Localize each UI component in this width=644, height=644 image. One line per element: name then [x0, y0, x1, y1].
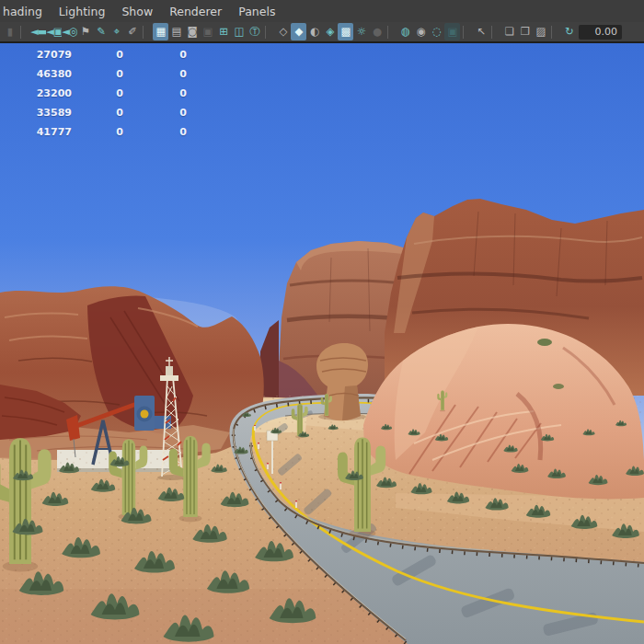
hud-value: 0 — [72, 64, 123, 84]
hud-row: 27079 0 0 — [0, 45, 187, 64]
menu-show[interactable]: Show — [113, 5, 161, 18]
hud-row: 33589 0 0 — [0, 103, 187, 122]
menu-shading[interactable]: hading — [0, 5, 51, 18]
hud-value: 0 — [72, 103, 123, 122]
maya-viewport-panel: hading Lighting Show Renderer Panels ▮◄▬… — [0, 0, 644, 644]
toolbar-separator — [265, 26, 272, 39]
xray-joints-icon[interactable]: ❐ — [517, 23, 533, 40]
menu-panels[interactable]: Panels — [230, 5, 283, 18]
toolbar-separator — [20, 26, 28, 39]
grease-pencil-icon[interactable]: ✎ — [93, 23, 109, 40]
hud-poly-count: 27079 0 0 46380 0 0 23200 0 0 33589 0 0 … — [0, 45, 187, 142]
gate-mask-icon[interactable]: ▣ — [200, 23, 215, 40]
paint-tool-icon[interactable]: ✐ — [124, 23, 140, 40]
hud-value: 33589 — [0, 103, 72, 122]
menu-lighting[interactable]: Lighting — [51, 5, 114, 18]
menu-renderer[interactable]: Renderer — [161, 5, 230, 18]
hud-row: 41777 0 0 — [0, 122, 187, 142]
field-chart-icon[interactable]: ⊞ — [215, 23, 231, 40]
panel-menu-bar: hading Lighting Show Renderer Panels — [0, 0, 644, 22]
exposure-icon[interactable]: ↻ — [561, 23, 577, 40]
lock-camera-icon[interactable]: ◄▣ — [46, 23, 62, 40]
toolbar-separator — [143, 26, 150, 39]
toolbar-icons: ▮◄▬◄▣◄◎⚑✎⌖✐▦▤◙▣⊞◫Ⓣ◇◆◐◈▩☼●◍◉◌▣↖❏❐▨↻ — [2, 23, 577, 40]
hud-value: 0 — [72, 84, 123, 103]
shaded-icon[interactable]: ◆ — [291, 23, 306, 40]
isolate-select-icon[interactable]: ↖ — [473, 23, 489, 40]
toolbar-separator — [551, 26, 558, 39]
image-plane-icon[interactable]: ▨ — [533, 23, 548, 40]
toolbar-separator — [387, 26, 395, 39]
hud-row: 46380 0 0 — [0, 64, 187, 84]
camera-attributes-icon[interactable]: ◄◎ — [62, 23, 77, 40]
xray-icon[interactable]: ❏ — [501, 23, 517, 40]
wireframe-icon[interactable]: ◇ — [275, 23, 291, 40]
hud-value: 0 — [72, 122, 123, 142]
shadows-icon[interactable]: ● — [369, 23, 385, 40]
viewport-toolbar: ▮◄▬◄▣◄◎⚑✎⌖✐▦▤◙▣⊞◫Ⓣ◇◆◐◈▩☼●◍◉◌▣↖❏❐▨↻ 0.00 — [0, 22, 644, 43]
multisample-icon[interactable]: ▣ — [444, 23, 460, 40]
safe-action-icon[interactable]: ◫ — [231, 23, 247, 40]
hud-value: 0 — [123, 84, 187, 103]
partial-icon[interactable]: ▮ — [2, 23, 17, 40]
exposure-value-field[interactable]: 0.00 — [579, 25, 622, 40]
hud-value: 41777 — [0, 122, 72, 142]
toolbar-separator — [463, 26, 470, 39]
shaded-textured-icon[interactable]: ◐ — [306, 23, 322, 40]
safe-title-icon[interactable]: Ⓣ — [247, 23, 262, 40]
resolution-gate-icon[interactable]: ◙ — [184, 23, 200, 40]
hud-value: 46380 — [0, 64, 72, 84]
bookmark-icon[interactable]: ⚑ — [77, 23, 93, 40]
viewport-3d[interactable]: 27079 0 0 46380 0 0 23200 0 0 33589 0 0 … — [0, 43, 644, 644]
lights-icon[interactable]: ☼ — [353, 23, 369, 40]
ambient-occlusion-icon[interactable]: ◍ — [397, 23, 413, 40]
hud-value: 0 — [123, 122, 187, 142]
antialias-icon[interactable]: ◌ — [429, 23, 444, 40]
select-camera-icon[interactable]: ◄▬ — [30, 23, 46, 40]
use-all-lights-icon[interactable]: ▩ — [338, 23, 353, 40]
toolbar-separator — [491, 26, 499, 39]
hud-value: 0 — [123, 103, 187, 122]
textured-cube-icon[interactable]: ◈ — [322, 23, 338, 40]
grid-icon[interactable]: ▦ — [153, 23, 168, 40]
hud-value: 0 — [72, 45, 123, 64]
hud-value: 0 — [123, 45, 187, 64]
pan-zoom-icon[interactable]: ⌖ — [109, 23, 124, 40]
hud-row: 23200 0 0 — [0, 84, 187, 103]
hud-value: 27079 — [0, 45, 72, 64]
film-gate-icon[interactable]: ▤ — [168, 23, 184, 40]
motion-blur-icon[interactable]: ◉ — [413, 23, 429, 40]
hud-value: 0 — [123, 64, 187, 84]
hud-value: 23200 — [0, 84, 72, 103]
